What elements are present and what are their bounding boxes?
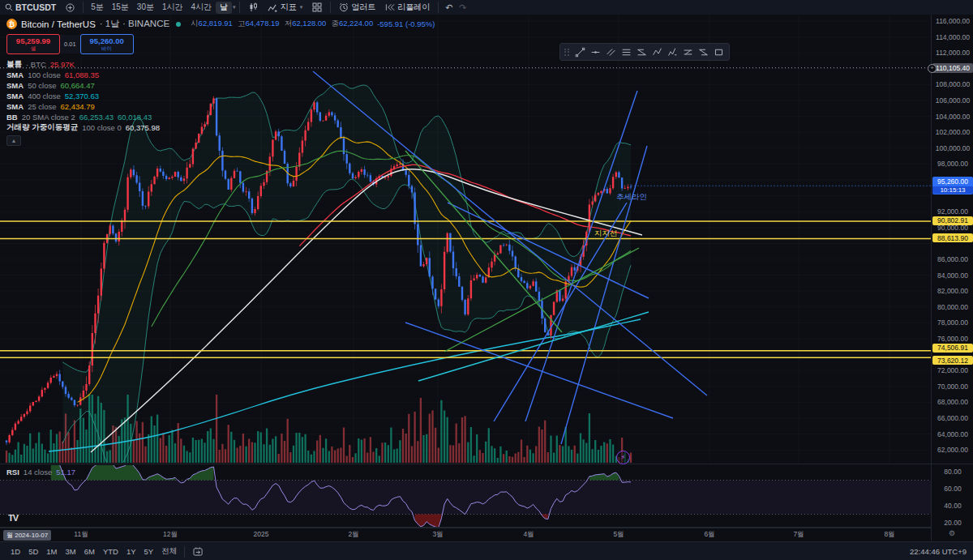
time-tick: 2월 [348, 530, 358, 540]
rsi-pane[interactable] [0, 465, 931, 527]
polyline-icon[interactable] [634, 45, 649, 58]
price-label-yellow[interactable]: 88,613.90 [932, 233, 973, 242]
price-label-gray[interactable]: 110,105.40 [932, 63, 973, 73]
price-tick: 86,000.00 [932, 255, 973, 263]
replay-icon [385, 3, 395, 11]
replay-button[interactable]: 리플레이 [380, 1, 435, 14]
indicators-button[interactable]: 지표 ▾ [263, 1, 308, 14]
range-5D[interactable]: 5D [24, 547, 42, 556]
buy-price: 95,260.00 [89, 37, 123, 45]
range-5Y[interactable]: 5Y [140, 547, 158, 556]
price-tick: 76,000.00 [932, 335, 973, 343]
interval-1시간[interactable]: 1시간 [158, 2, 187, 14]
indicator-rows: 볼륨· BTC25.97KSMA100 close61,088.35SMA50 … [6, 59, 435, 133]
price-tick: 72,000.00 [932, 366, 973, 374]
interval-4시간[interactable]: 4시간 [187, 2, 216, 14]
symbol-search-button[interactable]: BTCUSDT [0, 1, 61, 14]
lightning-badge-icon[interactable]: ⚡ [616, 451, 630, 464]
calendar-goto-icon [193, 547, 204, 556]
price-tick: 104,000.00 [932, 113, 973, 121]
range-buttons: 1D5D1M3M6MYTD1Y5Y전체 [6, 546, 181, 557]
rsi-legend: RSI 14 close 51.17 [6, 468, 75, 477]
indicator-row[interactable]: BB20 SMA close 266,253.4360,018.43 [6, 112, 435, 122]
spread-value: 0.01 [60, 35, 80, 53]
alarm-clock-icon [339, 2, 349, 12]
price-tick: 66,000.00 [932, 414, 973, 422]
price-label-yellow[interactable]: 73,620.12 [932, 356, 973, 365]
interval-30분[interactable]: 30분 [133, 2, 158, 14]
buy-button[interactable]: 95,260.00 바이 [80, 34, 134, 54]
horizontal-line-icon[interactable] [588, 45, 603, 58]
interval-5분[interactable]: 5분 [87, 2, 108, 14]
axis-settings-gear-icon[interactable]: ⚙ [949, 529, 955, 537]
indicator-row[interactable]: SMA100 close61,088.35 [6, 70, 435, 80]
elliott-wave-icon[interactable] [665, 45, 680, 58]
parallel-channel-icon[interactable] [603, 45, 619, 58]
legend-collapse-button[interactable]: ▲ [6, 135, 21, 146]
range-1D[interactable]: 1D [6, 547, 24, 556]
range-6M[interactable]: 6M [80, 547, 99, 556]
tradingview-logo[interactable]: TV [8, 513, 18, 523]
range-3M[interactable]: 3M [62, 547, 80, 556]
indicator-row[interactable]: 볼륨· BTC25.97K [6, 59, 435, 70]
interval-caret-icon[interactable]: ▾ [233, 4, 236, 11]
rsi-tick: 40.00 [932, 502, 973, 510]
range-1Y[interactable]: 1Y [122, 547, 140, 556]
rsi-tick: 20.00 [932, 519, 973, 527]
undo-button[interactable]: ↶ [442, 2, 456, 13]
price-tick: 100,000.00 [932, 144, 973, 152]
compare-add-button[interactable] [61, 1, 79, 14]
indicator-row[interactable]: SMA50 close60,664.47 [6, 80, 435, 91]
price-scale[interactable]: 62,000.0064,000.0066,000.0068,000.0070,0… [931, 15, 973, 541]
layout-button[interactable] [307, 1, 327, 14]
rsi-label: RSI [6, 468, 19, 477]
chart-style-button[interactable] [243, 1, 263, 14]
price-tick: 112,000.00 [932, 49, 973, 57]
zigzag-icon[interactable] [649, 45, 665, 58]
plus-circle-icon[interactable]: + [928, 64, 937, 73]
ohlc-시: 시62,819.91 [191, 19, 233, 29]
indicator-row[interactable]: SMA25 close62,434.79 [6, 101, 435, 112]
fib-retracement-icon[interactable] [619, 45, 634, 58]
price-label-blue[interactable]: 95,260.0010:15:13 [932, 177, 973, 195]
rectangle-icon[interactable] [711, 45, 727, 58]
ohlc-고: 고64,478.19 [238, 19, 280, 29]
drawing-label[interactable]: 지지선 [594, 229, 618, 237]
indicator-row[interactable]: SMA400 close52,370.63 [6, 91, 435, 101]
range-YTD[interactable]: YTD [99, 547, 122, 556]
price-label-yellow[interactable]: 90,802.91 [932, 216, 973, 225]
indicators-icon [268, 3, 278, 12]
sell-button[interactable]: 95,259.99 셀 [6, 34, 60, 54]
flat-channel-icon[interactable] [680, 45, 696, 58]
time-tick: 8월 [884, 530, 894, 540]
top-toolbar: BTCUSDT 5분15분30분1시간4시간날 ▾ 지표 ▾ [0, 0, 973, 15]
indicator-row[interactable]: 거래량 가중이동평균100 close 060,375.98 [6, 122, 435, 133]
range-전체[interactable]: 전체 [157, 546, 181, 557]
price-tick: 82,000.00 [932, 287, 973, 295]
time-tick: 4월 [523, 530, 534, 540]
go-to-date-button[interactable] [193, 547, 204, 556]
replay-label: 리플레이 [397, 2, 430, 13]
rsi-value: 51.17 [56, 468, 75, 477]
price-label-yellow[interactable]: 74,506.91 [932, 344, 973, 353]
trend-line-icon[interactable] [572, 45, 588, 58]
clock-value: 22:44:46 UTC+9 [910, 547, 967, 556]
redo-button[interactable]: ↷ [456, 2, 469, 13]
drawing-label[interactable]: 추세라인 [616, 192, 647, 201]
layout-grid-icon [312, 2, 322, 12]
time-axis[interactable]: 월 2024-10-07 11월12월20252월3월4월5월6월7월8월 [0, 528, 931, 541]
search-icon [5, 3, 13, 11]
interval-selected[interactable]: 날 [216, 2, 232, 14]
ohlc-저: 저62,128.00 [285, 19, 327, 29]
countdown-value: 10:15:13 [932, 186, 973, 194]
range-1M[interactable]: 1M [42, 547, 61, 556]
disjoint-channel-icon[interactable] [696, 45, 711, 58]
candlestick-icon [248, 2, 258, 12]
price-tick: 68,000.00 [932, 398, 973, 406]
interval-15분[interactable]: 15분 [108, 2, 133, 14]
symbol-row[interactable]: ₿ Bitcoin / TetherUS · 1날 · BINANCE 시62,… [6, 18, 435, 30]
time-tick: 3월 [432, 530, 443, 540]
alert-button[interactable]: 얼러트 [334, 1, 380, 14]
drag-handle[interactable] [564, 49, 569, 56]
sell-label: 셀 [31, 46, 36, 52]
